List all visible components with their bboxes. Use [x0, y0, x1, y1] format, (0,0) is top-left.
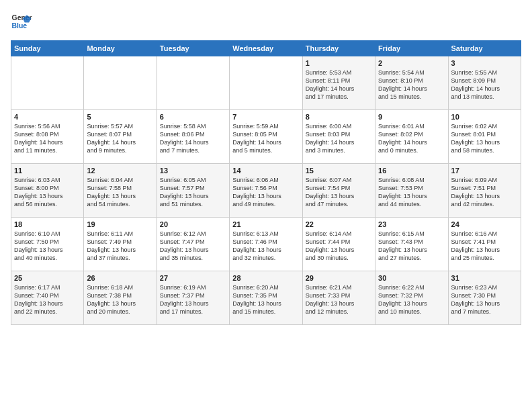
day-number: 11 — [14, 167, 81, 175]
cell-content: Sunrise: 5:54 AM Sunset: 8:10 PM Dayligh… — [378, 68, 445, 101]
day-number: 23 — [378, 220, 445, 228]
cell-content: Sunrise: 6:16 AM Sunset: 7:41 PM Dayligh… — [451, 230, 518, 263]
calendar-cell: 6Sunrise: 5:58 AM Sunset: 8:06 PM Daylig… — [157, 110, 229, 164]
calendar-cell: 28Sunrise: 6:20 AM Sunset: 7:35 PM Dayli… — [230, 271, 302, 325]
day-number: 1 — [306, 59, 372, 67]
calendar-cell: 11Sunrise: 6:03 AM Sunset: 8:00 PM Dayli… — [11, 164, 84, 218]
cell-content: Sunrise: 6:05 AM Sunset: 7:57 PM Dayligh… — [160, 176, 226, 209]
cell-content: Sunrise: 6:11 AM Sunset: 7:49 PM Dayligh… — [87, 230, 153, 263]
cell-content: Sunrise: 5:59 AM Sunset: 8:05 PM Dayligh… — [232, 122, 299, 155]
cell-content: Sunrise: 6:14 AM Sunset: 7:44 PM Dayligh… — [306, 230, 372, 263]
page-container: General Blue SundayMondayTuesdayWednesda… — [0, 0, 532, 330]
header-row: SundayMondayTuesdayWednesdayThursdayFrid… — [11, 41, 521, 56]
cell-content: Sunrise: 5:53 AM Sunset: 8:11 PM Dayligh… — [306, 68, 372, 101]
cell-content: Sunrise: 6:00 AM Sunset: 8:03 PM Dayligh… — [306, 122, 372, 155]
cell-content: Sunrise: 5:57 AM Sunset: 8:07 PM Dayligh… — [87, 122, 153, 155]
calendar-cell: 2Sunrise: 5:54 AM Sunset: 8:10 PM Daylig… — [375, 56, 448, 110]
day-number: 24 — [451, 220, 518, 228]
calendar-cell: 23Sunrise: 6:15 AM Sunset: 7:43 PM Dayli… — [375, 218, 448, 271]
logo: General Blue — [11, 11, 32, 32]
calendar-cell — [84, 56, 157, 110]
cell-content: Sunrise: 6:15 AM Sunset: 7:43 PM Dayligh… — [378, 230, 445, 263]
cell-content: Sunrise: 6:03 AM Sunset: 8:00 PM Dayligh… — [14, 176, 81, 209]
cell-content: Sunrise: 6:12 AM Sunset: 7:47 PM Dayligh… — [160, 230, 226, 263]
calendar-cell: 24Sunrise: 6:16 AM Sunset: 7:41 PM Dayli… — [448, 218, 521, 271]
day-number: 26 — [87, 274, 153, 282]
day-number: 8 — [306, 113, 372, 121]
cell-content: Sunrise: 6:20 AM Sunset: 7:35 PM Dayligh… — [232, 283, 299, 316]
calendar-cell: 4Sunrise: 5:56 AM Sunset: 8:08 PM Daylig… — [11, 110, 84, 164]
calendar-cell: 15Sunrise: 6:07 AM Sunset: 7:54 PM Dayli… — [302, 164, 375, 218]
cell-content: Sunrise: 6:18 AM Sunset: 7:38 PM Dayligh… — [87, 283, 153, 316]
day-number: 30 — [378, 274, 445, 282]
day-header-friday: Friday — [375, 41, 448, 56]
calendar-cell — [11, 56, 84, 110]
calendar-cell: 19Sunrise: 6:11 AM Sunset: 7:49 PM Dayli… — [84, 218, 157, 271]
week-row-5: 25Sunrise: 6:17 AM Sunset: 7:40 PM Dayli… — [11, 271, 521, 325]
day-number: 29 — [306, 274, 372, 282]
week-row-2: 4Sunrise: 5:56 AM Sunset: 8:08 PM Daylig… — [11, 110, 521, 164]
day-number: 10 — [451, 113, 518, 121]
cell-content: Sunrise: 6:22 AM Sunset: 7:32 PM Dayligh… — [378, 283, 445, 316]
day-header-tuesday: Tuesday — [157, 41, 229, 56]
day-header-thursday: Thursday — [302, 41, 375, 56]
calendar-cell: 3Sunrise: 5:55 AM Sunset: 8:09 PM Daylig… — [448, 56, 521, 110]
cell-content: Sunrise: 6:06 AM Sunset: 7:56 PM Dayligh… — [232, 176, 299, 209]
calendar-cell: 18Sunrise: 6:10 AM Sunset: 7:50 PM Dayli… — [11, 218, 84, 271]
calendar-cell: 8Sunrise: 6:00 AM Sunset: 8:03 PM Daylig… — [302, 110, 375, 164]
week-row-3: 11Sunrise: 6:03 AM Sunset: 8:00 PM Dayli… — [11, 164, 521, 218]
calendar-cell: 21Sunrise: 6:13 AM Sunset: 7:46 PM Dayli… — [230, 218, 302, 271]
day-number: 27 — [160, 274, 226, 282]
cell-content: Sunrise: 6:23 AM Sunset: 7:30 PM Dayligh… — [451, 283, 518, 316]
day-number: 16 — [378, 167, 445, 175]
calendar-cell: 5Sunrise: 5:57 AM Sunset: 8:07 PM Daylig… — [84, 110, 157, 164]
calendar-cell: 10Sunrise: 6:02 AM Sunset: 8:01 PM Dayli… — [448, 110, 521, 164]
week-row-4: 18Sunrise: 6:10 AM Sunset: 7:50 PM Dayli… — [11, 218, 521, 271]
cell-content: Sunrise: 6:02 AM Sunset: 8:01 PM Dayligh… — [451, 122, 518, 155]
day-number: 20 — [160, 220, 226, 228]
cell-content: Sunrise: 6:01 AM Sunset: 8:02 PM Dayligh… — [378, 122, 445, 155]
calendar-cell — [230, 56, 302, 110]
day-number: 18 — [14, 220, 81, 228]
cell-content: Sunrise: 5:58 AM Sunset: 8:06 PM Dayligh… — [160, 122, 226, 155]
calendar-cell: 27Sunrise: 6:19 AM Sunset: 7:37 PM Dayli… — [157, 271, 229, 325]
calendar-cell: 9Sunrise: 6:01 AM Sunset: 8:02 PM Daylig… — [375, 110, 448, 164]
calendar-cell: 7Sunrise: 5:59 AM Sunset: 8:05 PM Daylig… — [230, 110, 302, 164]
cell-content: Sunrise: 6:10 AM Sunset: 7:50 PM Dayligh… — [14, 230, 81, 263]
cell-content: Sunrise: 6:21 AM Sunset: 7:33 PM Dayligh… — [306, 283, 372, 316]
calendar-cell: 12Sunrise: 6:04 AM Sunset: 7:58 PM Dayli… — [84, 164, 157, 218]
day-header-wednesday: Wednesday — [230, 41, 302, 56]
cell-content: Sunrise: 6:13 AM Sunset: 7:46 PM Dayligh… — [232, 230, 299, 263]
day-number: 13 — [160, 167, 226, 175]
calendar-cell — [157, 56, 229, 110]
calendar-cell: 1Sunrise: 5:53 AM Sunset: 8:11 PM Daylig… — [302, 56, 375, 110]
cell-content: Sunrise: 5:56 AM Sunset: 8:08 PM Dayligh… — [14, 122, 81, 155]
calendar-cell: 29Sunrise: 6:21 AM Sunset: 7:33 PM Dayli… — [302, 271, 375, 325]
cell-content: Sunrise: 6:07 AM Sunset: 7:54 PM Dayligh… — [306, 176, 372, 209]
day-number: 19 — [87, 220, 153, 228]
calendar-cell: 14Sunrise: 6:06 AM Sunset: 7:56 PM Dayli… — [230, 164, 302, 218]
cell-content: Sunrise: 6:19 AM Sunset: 7:37 PM Dayligh… — [160, 283, 226, 316]
logo-icon: General Blue — [11, 11, 32, 32]
day-number: 22 — [306, 220, 372, 228]
day-number: 14 — [232, 167, 299, 175]
day-number: 4 — [14, 113, 81, 121]
svg-text:Blue: Blue — [12, 22, 28, 30]
cell-content: Sunrise: 6:04 AM Sunset: 7:58 PM Dayligh… — [87, 176, 153, 209]
cell-content: Sunrise: 6:08 AM Sunset: 7:53 PM Dayligh… — [378, 176, 445, 209]
day-number: 2 — [378, 59, 445, 67]
day-header-sunday: Sunday — [11, 41, 84, 56]
day-number: 5 — [87, 113, 153, 121]
day-number: 9 — [378, 113, 445, 121]
day-header-monday: Monday — [84, 41, 157, 56]
calendar-cell: 16Sunrise: 6:08 AM Sunset: 7:53 PM Dayli… — [375, 164, 448, 218]
day-number: 7 — [232, 113, 299, 121]
day-number: 3 — [451, 59, 518, 67]
calendar-cell: 31Sunrise: 6:23 AM Sunset: 7:30 PM Dayli… — [448, 271, 521, 325]
week-row-1: 1Sunrise: 5:53 AM Sunset: 8:11 PM Daylig… — [11, 56, 521, 110]
calendar-cell: 30Sunrise: 6:22 AM Sunset: 7:32 PM Dayli… — [375, 271, 448, 325]
cell-content: Sunrise: 6:09 AM Sunset: 7:51 PM Dayligh… — [451, 176, 518, 209]
calendar-cell: 13Sunrise: 6:05 AM Sunset: 7:57 PM Dayli… — [157, 164, 229, 218]
cell-content: Sunrise: 6:17 AM Sunset: 7:40 PM Dayligh… — [14, 283, 81, 316]
day-number: 25 — [14, 274, 81, 282]
